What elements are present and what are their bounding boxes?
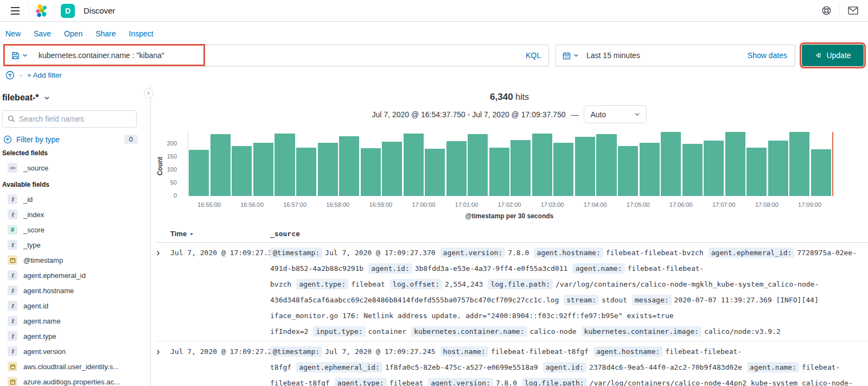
histogram-bar[interactable] [532,134,552,196]
histogram-bar[interactable] [510,140,531,196]
time-range-value[interactable]: Last 15 minutes [584,51,640,60]
available-fields-list: t_idt_index#_scoret_type@timestamptagent… [2,192,143,386]
x-axis-ticks: 16:55:0016:56:0016:57:0016:58:0016:59:00… [188,201,831,209]
expand-row-button[interactable] [155,245,170,339]
nav-share[interactable]: Share [95,29,116,38]
field-item-@timestamp[interactable]: @timestamp [2,252,143,268]
time-column-header[interactable]: Time [170,230,270,238]
add-filter-button[interactable]: + Add filter [27,71,62,79]
field-name-tag: agent.ephemeral_id: [296,362,382,372]
newsfeed-button[interactable] [845,3,860,18]
histogram-bar[interactable] [296,148,316,196]
field-item-agent.version[interactable]: tagent.version [2,344,143,359]
field-item-agent.type[interactable]: tagent.type [2,328,143,344]
x-tick-label: 16:59:00 [369,201,392,208]
histogram-bar[interactable] [682,144,703,196]
histogram-bar[interactable] [232,146,252,196]
histogram-bar[interactable] [189,150,209,196]
histogram-bar[interactable] [468,134,488,196]
date-type-icon [8,255,17,265]
source-type-icon: </> [8,163,17,173]
discover-app-badge[interactable]: D [61,4,75,18]
histogram-bar[interactable] [575,137,595,196]
histogram-bar[interactable] [318,143,338,196]
filter-bar: – + Add filter [0,67,868,85]
date-quick-select-button[interactable] [556,52,584,60]
field-item-_source[interactable]: </>_source [2,160,143,175]
field-value: 7.8.0 [496,379,517,386]
show-dates-button[interactable]: Show dates [748,51,795,60]
histogram-bar[interactable] [789,132,809,196]
histogram-bar[interactable] [618,146,638,196]
histogram-chart: Count 050100150200 16:55:0016:56:0016:57… [151,129,868,220]
field-item-_id[interactable]: t_id [2,192,143,207]
field-name-tag: agent.ephemeral_id: [709,248,795,258]
field-name: agent.type [23,332,56,340]
x-tick-label: 16:55:00 [197,201,221,208]
histogram-bar[interactable] [446,141,467,196]
histogram-bar[interactable] [746,148,767,196]
field-name: _score [23,226,44,234]
y-tick-label: 0 [174,192,177,199]
histogram-plot-area[interactable] [188,131,831,196]
field-item-agent.name[interactable]: tagent.name [2,313,143,328]
field-item-agent.ephemeral_id[interactable]: tagent.ephemeral_id [2,268,143,283]
sidebar-collapse-button[interactable]: ‹ [144,88,154,98]
nav-open[interactable]: Open [64,29,82,38]
field-item-agent.hostname[interactable]: tagent.hostname [2,283,143,298]
field-item-aws.cloudtrail.user_identity.s...[interactable]: aws.cloudtrail.user_identity.s... [2,359,143,374]
histogram-bar[interactable] [596,134,616,196]
histogram-bar[interactable] [725,132,745,196]
field-item-_type[interactable]: t_type [2,237,143,252]
nav-inspect[interactable]: Inspect [129,29,154,38]
histogram-bar[interactable] [640,143,660,196]
histogram-bar[interactable] [382,142,402,196]
filter-by-type-label: Filter by type [16,135,60,144]
histogram-bar[interactable] [339,136,359,196]
selected-fields-heading: Selected fields [2,149,143,157]
saved-query-menu-button[interactable] [5,52,33,60]
field-name-tag: agent.version: [428,378,493,386]
histogram-bar[interactable] [275,134,295,196]
histogram-bar[interactable] [489,148,509,196]
sort-desc-icon [189,231,194,237]
histogram-bar[interactable] [768,141,788,196]
filter-by-type-button[interactable]: Filter by type 0 [3,135,138,144]
interval-select[interactable]: Auto [584,105,647,123]
field-item-_index[interactable]: t_index [2,207,143,222]
divider [55,4,55,17]
field-item-agent.id[interactable]: tagent.id [2,298,143,313]
expand-row-button[interactable] [155,344,170,386]
update-button[interactable]: Update [802,45,864,66]
histogram-bar[interactable] [553,143,573,196]
histogram-bar[interactable] [811,149,831,196]
histogram-bar[interactable] [704,141,724,196]
field-item-_score[interactable]: #_score [2,222,143,237]
x-tick-label: 16:57:00 [283,201,307,208]
field-search-input[interactable] [19,115,131,123]
field-name-tag: agent.hostname: [534,248,603,258]
filter-icon [5,71,15,80]
histogram-bar[interactable] [253,143,273,196]
string-type-icon: t [8,286,17,295]
nav-new[interactable]: New [5,29,21,38]
field-name-tag: agent.id: [368,263,412,274]
histogram-bar[interactable] [361,148,381,196]
histogram-bar[interactable] [661,132,681,196]
field-name-tag: agent.id: [543,362,586,372]
field-name: azure.auditlogs.properties.ac... [23,378,120,386]
menu-button[interactable] [8,3,23,18]
field-item-azure.auditlogs.properties.ac...[interactable]: azure.auditlogs.properties.ac... [2,374,143,386]
elastic-logo[interactable] [34,3,49,18]
query-language-button[interactable]: KQL [518,51,548,60]
index-pattern-name: filebeat-* [2,93,39,103]
histogram-bar[interactable] [404,134,424,196]
help-button[interactable] [819,3,834,18]
query-input[interactable]: kubernetes.container.name : "kibana" [33,51,518,60]
field-name: agent.version [23,347,66,356]
histogram-bar[interactable] [210,134,231,196]
index-pattern-switcher[interactable]: filebeat-* [2,90,143,110]
nav-save[interactable]: Save [34,29,51,38]
field-name: _index [23,211,44,219]
histogram-bar[interactable] [425,149,445,196]
